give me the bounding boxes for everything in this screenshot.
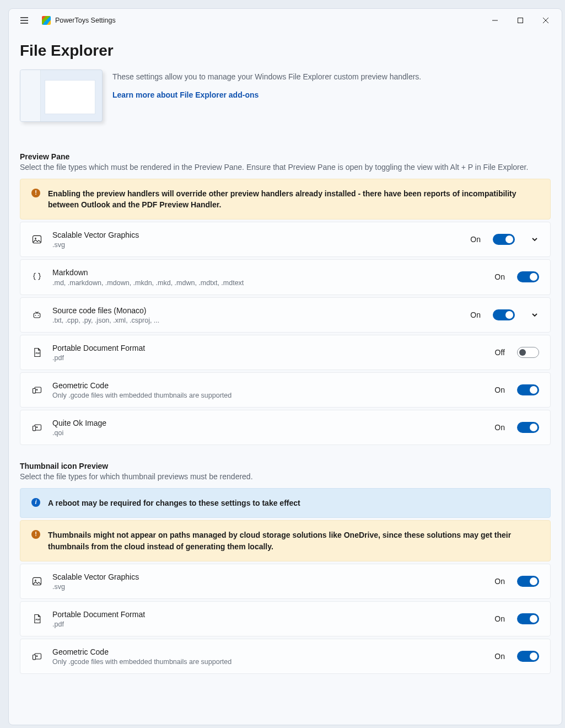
row-labels: Source code files (Monaco).txt, .cpp, .p… bbox=[52, 306, 460, 324]
row-labels: Geometric CodeOnly .gcode files with emb… bbox=[52, 381, 485, 399]
page-title: File Explorer bbox=[20, 42, 551, 60]
row-subtitle: .svg bbox=[52, 241, 460, 249]
toggle-state-label: On bbox=[470, 235, 481, 244]
row-labels: Geometric CodeOnly .gcode files with emb… bbox=[52, 647, 485, 666]
thumbnail-item: Geometric CodeOnly .gcode files with emb… bbox=[20, 639, 551, 674]
maximize-button[interactable] bbox=[508, 12, 533, 29]
geo-icon bbox=[31, 384, 42, 395]
geo-icon bbox=[31, 651, 42, 662]
hero-thumbnail bbox=[20, 69, 103, 122]
app-logo-icon bbox=[42, 16, 51, 25]
row-title: Portable Document Format bbox=[52, 609, 485, 619]
image-icon bbox=[31, 234, 42, 245]
toggle-switch[interactable] bbox=[517, 422, 539, 433]
toggle-switch[interactable] bbox=[493, 234, 515, 245]
row-title: Portable Document Format bbox=[52, 343, 485, 353]
chevron-down-icon[interactable] bbox=[530, 235, 539, 244]
toggle-switch[interactable] bbox=[517, 576, 539, 587]
info-icon: i bbox=[31, 498, 40, 507]
image-icon bbox=[31, 576, 42, 587]
preview-section-title: Preview Pane bbox=[20, 152, 551, 161]
toggle-state-label: On bbox=[494, 386, 505, 394]
row-labels: Scalable Vector Graphics.svg bbox=[52, 572, 485, 591]
toggle-switch[interactable] bbox=[517, 613, 539, 624]
row-subtitle: .pdf bbox=[52, 354, 485, 362]
preview-section-header: Preview Pane Select the file types which… bbox=[20, 152, 551, 173]
toggle-state-label: On bbox=[494, 614, 505, 623]
row-subtitle: .svg bbox=[52, 583, 485, 591]
toggle-state-label: On bbox=[470, 311, 481, 319]
preview-warning-text: Enabling the preview handlers will overr… bbox=[48, 188, 539, 211]
row-labels: Portable Document Format.pdf bbox=[52, 343, 485, 362]
toggle-switch[interactable] bbox=[517, 347, 539, 358]
app-window: PowerToys Settings File Explorer These s… bbox=[8, 8, 562, 725]
svg-point-12 bbox=[35, 580, 36, 581]
preview-item: Source code files (Monaco).txt, .cpp, .p… bbox=[20, 297, 551, 333]
pdf-icon: PDF bbox=[31, 613, 42, 624]
thumbnail-section-title: Thumbnail icon Preview bbox=[20, 462, 551, 470]
svg-point-4 bbox=[35, 315, 36, 316]
row-title: Scalable Vector Graphics bbox=[52, 230, 460, 240]
warning-icon: ! bbox=[31, 530, 40, 539]
hero-description: These settings allow you to manage your … bbox=[112, 72, 551, 83]
row-title: Source code files (Monaco) bbox=[52, 306, 460, 315]
toggle-switch[interactable] bbox=[517, 651, 539, 662]
geo-icon bbox=[31, 422, 42, 433]
toggle-state-label: On bbox=[494, 652, 505, 661]
svg-rect-8 bbox=[33, 389, 36, 393]
warning-icon: ! bbox=[31, 189, 40, 197]
thumbnail-warning: ! Thumbnails might not appear on paths m… bbox=[20, 520, 551, 561]
svg-rect-11 bbox=[33, 577, 41, 585]
thumbnail-warning-text: Thumbnails might not appear on paths man… bbox=[48, 529, 539, 552]
minimize-button[interactable] bbox=[482, 12, 508, 29]
row-subtitle: Only .gcode files with embedded thumbnai… bbox=[52, 392, 485, 399]
thumbnail-info: i A reboot may be required for changes t… bbox=[20, 488, 551, 518]
app-title: PowerToys Settings bbox=[55, 17, 116, 24]
braces-icon bbox=[31, 271, 42, 282]
robot-icon bbox=[31, 309, 42, 320]
pdf-icon: PDF bbox=[31, 347, 42, 358]
thumbnail-item: Scalable Vector Graphics.svgOn bbox=[20, 564, 551, 599]
svg-point-2 bbox=[35, 238, 36, 239]
row-title: Markdown bbox=[52, 267, 485, 277]
row-title: Geometric Code bbox=[52, 647, 485, 657]
hero: These settings allow you to manage your … bbox=[20, 69, 551, 122]
chevron-down-icon[interactable] bbox=[530, 311, 539, 319]
preview-item: PDFPortable Document Format.pdfOff bbox=[20, 335, 551, 370]
content: File Explorer These settings allow you t… bbox=[9, 32, 562, 687]
row-subtitle: .txt, .cpp, .py, .json, .xml, .csproj, .… bbox=[52, 317, 460, 324]
hamburger-button[interactable] bbox=[14, 10, 34, 30]
svg-rect-1 bbox=[33, 236, 41, 243]
thumbnail-section-header: Thumbnail icon Preview Select the file t… bbox=[20, 462, 551, 483]
svg-point-5 bbox=[38, 315, 39, 316]
preview-item: Quite Ok Image.qoiOn bbox=[20, 410, 551, 445]
toggle-switch[interactable] bbox=[517, 271, 539, 282]
hero-link[interactable]: Learn more about File Explorer add-ons bbox=[112, 90, 259, 99]
svg-rect-10 bbox=[33, 426, 36, 431]
row-labels: Scalable Vector Graphics.svg bbox=[52, 230, 460, 249]
row-labels: Portable Document Format.pdf bbox=[52, 609, 485, 628]
close-button[interactable] bbox=[533, 12, 558, 29]
preview-item: Markdown.md, .markdown, .mdown, .mkdn, .… bbox=[20, 259, 551, 295]
svg-rect-3 bbox=[34, 313, 40, 317]
toggle-state-label: On bbox=[494, 272, 505, 281]
toggle-switch[interactable] bbox=[517, 384, 539, 395]
row-subtitle: .pdf bbox=[52, 620, 485, 628]
titlebar: PowerToys Settings bbox=[9, 9, 562, 32]
row-subtitle: .md, .markdown, .mdown, .mkdn, .mkd, .md… bbox=[52, 279, 485, 287]
svg-rect-0 bbox=[518, 18, 523, 23]
row-subtitle: Only .gcode files with embedded thumbnai… bbox=[52, 658, 485, 666]
row-labels: Markdown.md, .markdown, .mdown, .mkdn, .… bbox=[52, 267, 485, 286]
thumbnail-section-subtitle: Select the file types for which thumbnai… bbox=[20, 472, 551, 483]
svg-text:PDF: PDF bbox=[36, 618, 41, 621]
toggle-switch[interactable] bbox=[493, 309, 515, 320]
row-subtitle: .qoi bbox=[52, 429, 485, 437]
toggle-state-label: On bbox=[494, 423, 505, 432]
preview-warning: ! Enabling the preview handlers will ove… bbox=[20, 179, 551, 220]
toggle-state-label: Off bbox=[495, 348, 505, 357]
row-title: Scalable Vector Graphics bbox=[52, 572, 485, 582]
preview-section-subtitle: Select the file types which must be rend… bbox=[20, 162, 551, 173]
thumbnail-info-text: A reboot may be required for changes to … bbox=[48, 497, 539, 508]
preview-item: Geometric CodeOnly .gcode files with emb… bbox=[20, 372, 551, 408]
row-title: Quite Ok Image bbox=[52, 418, 485, 428]
